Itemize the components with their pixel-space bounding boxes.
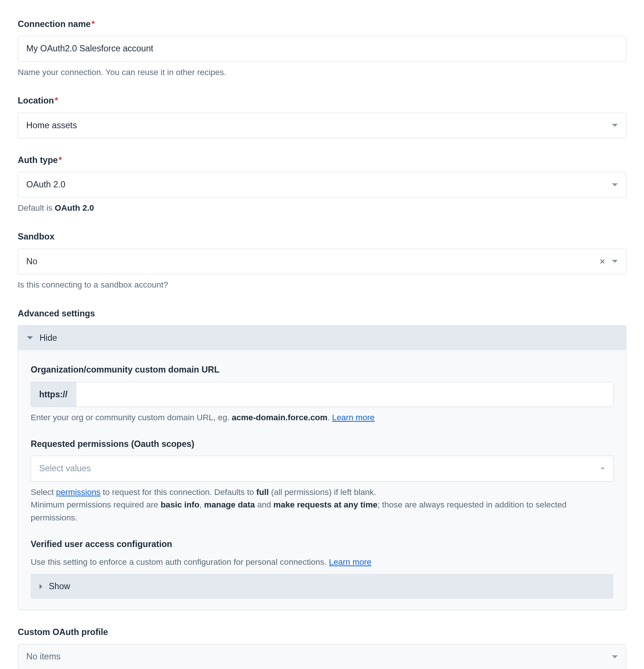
h: make requests at any time (274, 500, 377, 509)
custom-domain-field: Organization/community custom domain URL… (31, 363, 613, 424)
auth-type-help: Default is OAuth 2.0 (18, 202, 626, 215)
scopes-select[interactable]: Select values (31, 456, 613, 481)
sandbox-select[interactable]: No × (18, 249, 626, 274)
label-text: Connection name (18, 19, 91, 29)
clear-icon[interactable]: × (600, 257, 605, 266)
custom-oauth-field: Custom OAuth profile No items When selec… (18, 626, 626, 669)
verified-access-help: Use this setting to enforce a custom aut… (31, 556, 613, 569)
custom-domain-input[interactable] (76, 382, 613, 407)
custom-oauth-select[interactable]: No items (18, 644, 626, 669)
chevron-right-icon (40, 584, 42, 589)
h: and (255, 500, 273, 509)
chevron-down-icon (612, 124, 618, 127)
chevron-down-icon (27, 336, 33, 339)
required-asterisk: * (58, 155, 62, 165)
connection-name-label: Connection name* (18, 18, 626, 31)
location-select[interactable]: Home assets (18, 113, 626, 138)
auth-type-field: Auth type* OAuth 2.0 Default is OAuth 2.… (18, 154, 626, 215)
verified-access-label: Verified user access configuration (31, 538, 613, 551)
location-field: Location* Home assets (18, 94, 626, 138)
permissions-link[interactable]: permissions (56, 488, 101, 497)
chevron-down-icon (612, 183, 618, 186)
learn-more-link[interactable]: Learn more (329, 557, 372, 567)
help-bold: acme-domain.force.com (232, 413, 328, 422)
custom-oauth-value: No items (26, 650, 612, 663)
auth-type-select[interactable]: OAuth 2.0 (18, 172, 626, 197)
advanced-panel-body: Organization/community custom domain URL… (18, 350, 626, 609)
auth-type-value: OAuth 2.0 (26, 178, 612, 191)
connection-name-help: Name your connection. You can reuse it i… (18, 66, 626, 79)
custom-domain-label: Organization/community custom domain URL (31, 363, 613, 376)
verified-access-field: Verified user access configuration Use t… (31, 538, 613, 599)
h: Select (31, 488, 56, 497)
connection-name-field: Connection name* My OAuth2.0 Salesforce … (18, 18, 626, 79)
learn-more-link[interactable]: Learn more (332, 413, 374, 422)
advanced-toggle[interactable]: Hide (18, 326, 626, 350)
required-asterisk: * (91, 19, 95, 29)
custom-domain-input-group: https:// (31, 382, 613, 407)
chevron-down-icon (612, 260, 618, 263)
help-span: . (328, 413, 332, 422)
custom-oauth-label: Custom OAuth profile (18, 626, 626, 639)
url-prefix: https:// (31, 382, 76, 407)
advanced-settings-section: Advanced settings Hide Organization/comm… (18, 307, 626, 610)
location-label: Location* (18, 94, 626, 107)
h: to request for this connection. Defaults… (101, 488, 256, 497)
scopes-help: Select permissions to request for this c… (31, 486, 613, 525)
verified-access-toggle[interactable]: Show (31, 574, 613, 599)
scopes-field: Requested permissions (Oauth scopes) Sel… (31, 438, 613, 524)
required-asterisk: * (55, 96, 58, 105)
toggle-label: Hide (40, 332, 57, 344)
scopes-placeholder: Select values (39, 462, 600, 475)
h: manage data (204, 500, 255, 509)
custom-domain-help: Enter your org or community custom domai… (31, 411, 613, 424)
chevron-down-icon (600, 468, 605, 470)
h: Use this setting to enforce a custom aut… (31, 557, 329, 567)
h: basic info (160, 500, 199, 509)
h: (all permissions) if left blank. (269, 488, 376, 497)
label-text: Location (18, 96, 54, 105)
h: Minimum permissions required are (31, 500, 160, 509)
sandbox-field: Sandbox No × Is this connecting to a san… (18, 230, 626, 291)
advanced-settings-label: Advanced settings (18, 307, 626, 320)
scopes-label: Requested permissions (Oauth scopes) (31, 438, 613, 451)
sandbox-value: No (26, 255, 600, 268)
sandbox-help: Is this connecting to a sandbox account? (18, 279, 626, 292)
chevron-down-icon (612, 655, 618, 658)
toggle-label: Show (49, 580, 70, 593)
help-span: Enter your org or community custom domai… (31, 413, 232, 422)
h: , (199, 500, 204, 509)
location-value: Home assets (26, 119, 612, 132)
connection-name-input[interactable]: My OAuth2.0 Salesforce account (18, 36, 626, 61)
advanced-settings-panel: Hide Organization/community custom domai… (18, 325, 626, 610)
label-text: Auth type (18, 155, 58, 165)
help-text-bold: OAuth 2.0 (55, 203, 94, 213)
auth-type-label: Auth type* (18, 154, 626, 167)
sandbox-label: Sandbox (18, 230, 626, 243)
h: full (256, 488, 269, 497)
help-text-span: Default is (18, 203, 55, 213)
